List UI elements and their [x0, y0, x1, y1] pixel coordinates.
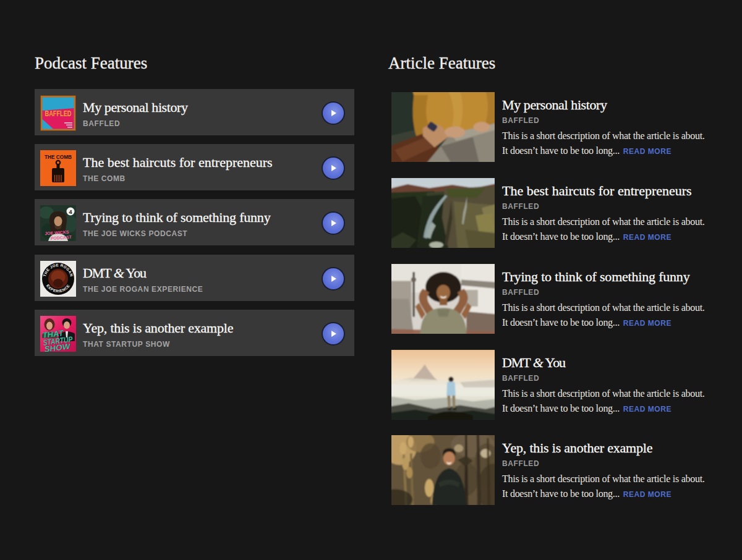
svg-text:THE COMB: THE COMB: [45, 154, 72, 160]
svg-text:BAFFLED: BAFFLED: [45, 109, 72, 118]
svg-text:4: 4: [69, 209, 72, 215]
